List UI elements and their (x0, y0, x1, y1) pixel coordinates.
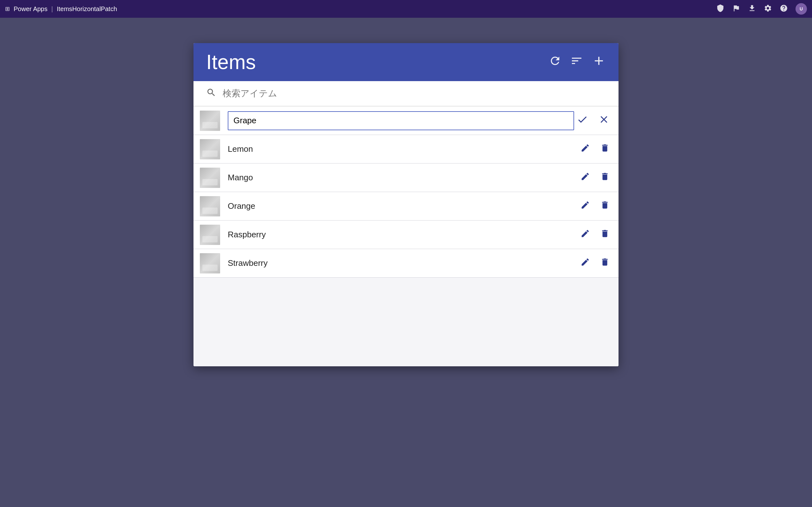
list-item: Raspberry (194, 221, 618, 249)
item-actions (578, 198, 612, 215)
help-icon[interactable] (780, 4, 788, 14)
delete-button[interactable] (598, 169, 612, 186)
list-item (194, 107, 618, 135)
item-actions (578, 255, 612, 272)
delete-button[interactable] (598, 226, 612, 243)
list-item: Orange (194, 192, 618, 221)
list-item: Mango (194, 164, 618, 192)
item-actions (578, 226, 612, 243)
app-title: Power Apps (14, 5, 48, 13)
item-thumbnail (200, 225, 220, 245)
cancel-edit-button[interactable] (596, 111, 612, 130)
item-thumbnail (200, 111, 220, 131)
edit-button[interactable] (578, 226, 593, 243)
sort-button[interactable] (570, 55, 583, 70)
search-bar (194, 81, 618, 107)
item-edit-actions (574, 111, 612, 130)
item-name: Orange (228, 201, 578, 211)
confirm-edit-button[interactable] (574, 111, 591, 130)
item-thumbnail (200, 139, 220, 159)
item-thumbnail (200, 168, 220, 188)
items-list: Lemon (194, 107, 618, 278)
title-separator: | (51, 5, 53, 13)
user-avatar[interactable]: U (796, 3, 807, 14)
item-name: Strawberry (228, 258, 578, 268)
header-actions (549, 54, 606, 70)
delete-button[interactable] (598, 141, 612, 158)
top-bar: ⊞ Power Apps | ItemsHorizontalPatch U (0, 0, 812, 18)
shield-icon[interactable] (716, 4, 724, 14)
page-title: Items (206, 50, 256, 74)
list-item: Strawberry (194, 249, 618, 278)
refresh-button[interactable] (549, 55, 561, 70)
download-icon[interactable] (748, 4, 756, 14)
main-area: Items (0, 18, 812, 507)
search-input[interactable] (223, 89, 606, 99)
item-name: Lemon (228, 144, 578, 154)
delete-button[interactable] (598, 255, 612, 272)
item-actions (578, 169, 612, 186)
flag-icon[interactable] (732, 4, 740, 14)
grid-icon[interactable]: ⊞ (5, 5, 10, 12)
add-button[interactable] (592, 54, 606, 70)
item-edit-input[interactable] (228, 111, 574, 130)
edit-button[interactable] (578, 141, 593, 158)
list-item: Lemon (194, 135, 618, 164)
delete-button[interactable] (598, 198, 612, 215)
edit-button[interactable] (578, 255, 593, 272)
panel-header: Items (194, 43, 618, 81)
search-icon (206, 88, 216, 100)
item-name: Raspberry (228, 230, 578, 239)
edit-button[interactable] (578, 169, 593, 186)
item-actions (578, 141, 612, 158)
app-panel: Items (194, 43, 618, 366)
edit-button[interactable] (578, 198, 593, 215)
topbar-icons: U (716, 3, 807, 14)
item-name: Mango (228, 173, 578, 182)
settings-icon[interactable] (764, 4, 772, 14)
screen-name: ItemsHorizontalPatch (57, 5, 117, 13)
item-thumbnail (200, 196, 220, 216)
empty-area (194, 278, 618, 366)
item-thumbnail (200, 253, 220, 274)
